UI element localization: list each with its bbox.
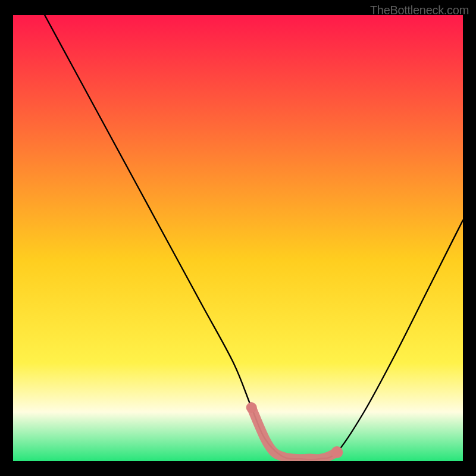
watermark-text: TheBottleneck.com xyxy=(370,4,469,17)
bottleneck-chart xyxy=(13,15,463,461)
plot-area xyxy=(13,15,463,461)
flat-zone-start-dot xyxy=(246,402,257,413)
flat-zone-end-dot xyxy=(331,446,343,458)
chart-stage: TheBottleneck.com xyxy=(0,0,476,476)
